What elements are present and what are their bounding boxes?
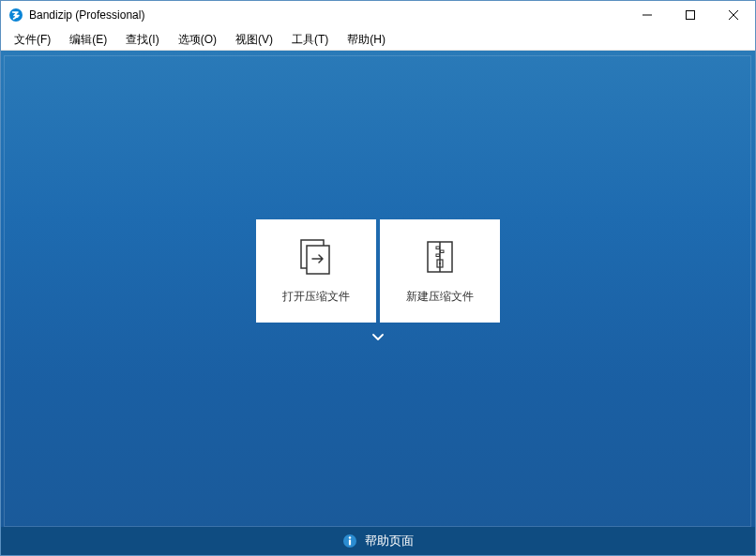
maximize-button[interactable] [669, 1, 712, 29]
menu-view[interactable]: 视图(V) [226, 29, 282, 51]
tiles-container: 打开压缩文件 新建压缩文件 [256, 219, 500, 347]
statusbar-help[interactable]: 帮助页面 [1, 527, 755, 555]
minimize-button[interactable] [626, 1, 669, 29]
app-icon [8, 8, 23, 23]
menubar: 文件(F) 编辑(E) 查找(I) 选项(O) 视图(V) 工具(T) 帮助(H… [1, 29, 755, 51]
svg-rect-6 [307, 246, 329, 274]
menu-find[interactable]: 查找(I) [116, 29, 168, 51]
svg-rect-16 [349, 540, 351, 546]
svg-rect-11 [436, 254, 440, 257]
new-archive-label: 新建压缩文件 [406, 289, 474, 305]
open-archive-tile[interactable]: 打开压缩文件 [256, 219, 376, 323]
menu-tools[interactable]: 工具(T) [282, 29, 338, 51]
close-button[interactable] [712, 1, 755, 29]
menu-file[interactable]: 文件(F) [5, 29, 60, 51]
titlebar: Bandizip (Professional) [1, 1, 755, 29]
open-archive-icon [295, 238, 337, 276]
new-archive-tile[interactable]: 新建压缩文件 [380, 219, 500, 323]
menu-edit[interactable]: 编辑(E) [60, 29, 116, 51]
tiles-row: 打开压缩文件 新建压缩文件 [256, 219, 500, 323]
svg-point-13 [439, 263, 441, 264]
open-archive-label: 打开压缩文件 [282, 289, 350, 305]
window-controls [626, 1, 755, 29]
menu-options[interactable]: 选项(O) [169, 29, 226, 51]
info-icon [342, 533, 357, 548]
menu-help[interactable]: 帮助(H) [338, 29, 395, 51]
chevron-down-icon[interactable] [369, 328, 387, 347]
svg-rect-10 [441, 250, 445, 253]
content-area: 打开压缩文件 新建压缩文件 [1, 51, 755, 527]
statusbar-help-label: 帮助页面 [365, 533, 414, 549]
svg-point-15 [349, 536, 351, 538]
window-title: Bandizip (Professional) [29, 8, 626, 22]
svg-rect-2 [687, 11, 695, 20]
new-archive-icon [419, 238, 461, 276]
svg-rect-9 [436, 247, 440, 249]
